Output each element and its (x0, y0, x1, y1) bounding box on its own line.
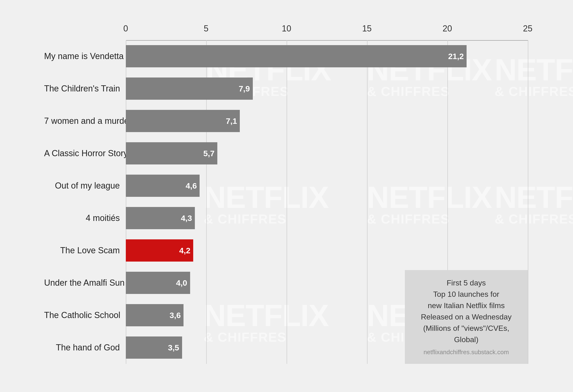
bar-fill-1: 7,9 (126, 78, 253, 100)
bar-row-3: A Classic Horror Story5,7 (126, 137, 528, 170)
bar-fill-5: 4,3 (126, 207, 195, 229)
bar-label-0: My name is Vendetta (44, 51, 120, 61)
bar-fill-4: 4,6 (126, 175, 200, 197)
bar-track-4: 4,6 (126, 175, 528, 197)
bar-value-1: 7,9 (239, 84, 250, 93)
bar-fill-2: 7,1 (126, 110, 240, 132)
bar-label-8: The Catholic School (44, 310, 120, 320)
bar-value-3: 5,7 (203, 149, 215, 158)
bar-row-6: The Love Scam4,2 (126, 234, 528, 267)
bar-fill-6: 4,2 (126, 239, 194, 261)
bar-track-6: 4,2 (126, 239, 528, 261)
legend-source: netflixandchiffres.substack.com (414, 348, 518, 357)
legend-line2: Top 10 launches for (433, 290, 499, 298)
bar-label-9: The hand of God (44, 343, 120, 353)
bar-track-5: 4,3 (126, 207, 528, 229)
legend-line1: First 5 days (447, 279, 486, 287)
bar-fill-7: 4,0 (126, 272, 190, 294)
bar-label-2: 7 women and a murder (44, 116, 120, 126)
plot-area: NETFLIX& CHIFFRES NETFLIX& CHIFFRES NETF… (126, 40, 528, 364)
bar-label-1: The Children's Train (44, 84, 120, 94)
x-axis-label-15: 15 (362, 24, 372, 34)
bar-value-6: 4,2 (179, 246, 190, 255)
x-axis-label-25: 25 (523, 24, 532, 34)
bar-value-5: 4,3 (181, 214, 192, 223)
x-axis-label-0: 0 (123, 24, 128, 34)
bar-track-2: 7,1 (126, 110, 528, 132)
bar-label-5: 4 moitiés (44, 213, 120, 223)
bar-value-9: 3,5 (168, 343, 179, 352)
bar-row-1: The Children's Train7,9 (126, 72, 528, 105)
bar-row-2: 7 women and a murder7,1 (126, 105, 528, 137)
bar-value-4: 4,6 (186, 181, 197, 190)
legend-line4: Released on a Wednesday (421, 313, 512, 321)
legend-text: First 5 days Top 10 launches for new Ita… (414, 277, 518, 345)
bar-label-4: Out of my league (44, 181, 120, 191)
x-axis-label-10: 10 (282, 24, 291, 34)
bar-label-7: Under the Amalfi Sun (44, 278, 120, 288)
x-axis-label-20: 20 (443, 24, 452, 34)
x-axis-label-5: 5 (204, 24, 208, 34)
bar-value-8: 3,6 (170, 311, 181, 320)
legend-box: First 5 days Top 10 launches for new Ita… (405, 270, 528, 364)
x-axis: 0510152025 (126, 24, 528, 35)
legend-line3: new Italian Netflix films (428, 301, 505, 310)
bar-row-5: 4 moitiés4,3 (126, 202, 528, 234)
bar-fill-3: 5,7 (126, 142, 217, 164)
chart-container: 0510152025 NETFLIX& CHIFFRES NETFLIX& CH… (26, 9, 547, 383)
bar-row-4: Out of my league4,6 (126, 170, 528, 202)
legend-line5: (Millions of "views"/CVEs, Global) (423, 324, 509, 344)
bar-row-0: My name is Vendetta21,2 (126, 40, 528, 72)
bar-value-7: 4,0 (176, 278, 187, 288)
bar-label-6: The Love Scam (44, 245, 120, 256)
bar-track-3: 5,7 (126, 142, 528, 164)
bar-fill-0: 21,2 (126, 45, 467, 67)
chart-area: 0510152025 NETFLIX& CHIFFRES NETFLIX& CH… (45, 24, 528, 364)
bar-value-2: 7,1 (226, 117, 237, 126)
grid-line-25 (528, 40, 528, 364)
bar-fill-9: 3,5 (126, 337, 182, 358)
bar-value-0: 21,2 (448, 52, 464, 61)
bar-label-3: A Classic Horror Story (44, 148, 120, 158)
bar-track-1: 7,9 (126, 78, 528, 100)
bar-track-0: 21,2 (126, 45, 528, 67)
bar-fill-8: 3,6 (126, 304, 184, 326)
